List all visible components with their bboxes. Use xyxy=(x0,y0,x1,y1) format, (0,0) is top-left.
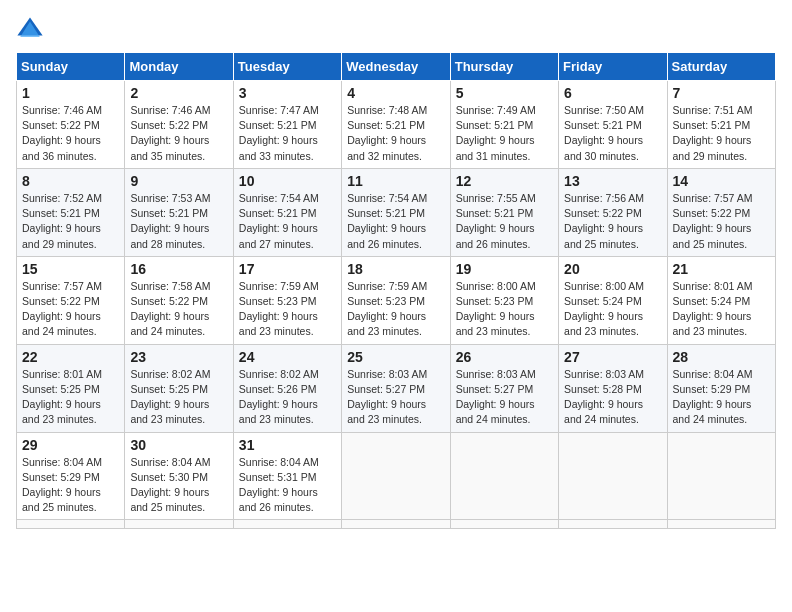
table-row: 15 Sunrise: 7:57 AM Sunset: 5:22 PM Dayl… xyxy=(17,256,125,344)
table-row: 16 Sunrise: 7:58 AM Sunset: 5:22 PM Dayl… xyxy=(125,256,233,344)
calendar-row xyxy=(17,520,776,529)
day-number: 22 xyxy=(22,349,119,365)
table-row: 31 Sunrise: 8:04 AM Sunset: 5:31 PM Dayl… xyxy=(233,432,341,520)
sunset: Sunset: 5:21 PM xyxy=(347,207,425,219)
sunset: Sunset: 5:25 PM xyxy=(22,383,100,395)
day-number: 10 xyxy=(239,173,336,189)
sunset: Sunset: 5:24 PM xyxy=(564,295,642,307)
table-row: 21 Sunrise: 8:01 AM Sunset: 5:24 PM Dayl… xyxy=(667,256,775,344)
calendar-row: 8 Sunrise: 7:52 AM Sunset: 5:21 PM Dayli… xyxy=(17,168,776,256)
day-number: 17 xyxy=(239,261,336,277)
daylight: Daylight: 9 hours and 23 minutes. xyxy=(673,310,752,337)
sunset: Sunset: 5:22 PM xyxy=(22,119,100,131)
sunrise: Sunrise: 7:56 AM xyxy=(564,192,644,204)
day-info: Sunrise: 8:04 AM Sunset: 5:29 PM Dayligh… xyxy=(22,455,119,516)
table-row xyxy=(450,432,558,520)
sunrise: Sunrise: 8:04 AM xyxy=(130,456,210,468)
sunrise: Sunrise: 7:46 AM xyxy=(22,104,102,116)
day-info: Sunrise: 7:51 AM Sunset: 5:21 PM Dayligh… xyxy=(673,103,770,164)
table-row xyxy=(450,520,558,529)
sunset: Sunset: 5:23 PM xyxy=(347,295,425,307)
table-row: 6 Sunrise: 7:50 AM Sunset: 5:21 PM Dayli… xyxy=(559,81,667,169)
table-row xyxy=(667,520,775,529)
day-info: Sunrise: 7:46 AM Sunset: 5:22 PM Dayligh… xyxy=(22,103,119,164)
sunrise: Sunrise: 7:57 AM xyxy=(673,192,753,204)
daylight: Daylight: 9 hours and 25 minutes. xyxy=(564,222,643,249)
table-row: 7 Sunrise: 7:51 AM Sunset: 5:21 PM Dayli… xyxy=(667,81,775,169)
table-row xyxy=(342,520,450,529)
day-info: Sunrise: 7:48 AM Sunset: 5:21 PM Dayligh… xyxy=(347,103,444,164)
table-row xyxy=(559,520,667,529)
day-info: Sunrise: 7:47 AM Sunset: 5:21 PM Dayligh… xyxy=(239,103,336,164)
sunset: Sunset: 5:29 PM xyxy=(22,471,100,483)
day-info: Sunrise: 7:52 AM Sunset: 5:21 PM Dayligh… xyxy=(22,191,119,252)
table-row xyxy=(342,432,450,520)
day-info: Sunrise: 8:04 AM Sunset: 5:31 PM Dayligh… xyxy=(239,455,336,516)
table-row: 24 Sunrise: 8:02 AM Sunset: 5:26 PM Dayl… xyxy=(233,344,341,432)
daylight: Daylight: 9 hours and 24 minutes. xyxy=(22,310,101,337)
sunrise: Sunrise: 8:02 AM xyxy=(130,368,210,380)
day-info: Sunrise: 7:58 AM Sunset: 5:22 PM Dayligh… xyxy=(130,279,227,340)
sunrise: Sunrise: 7:58 AM xyxy=(130,280,210,292)
sunrise: Sunrise: 8:04 AM xyxy=(239,456,319,468)
day-number: 27 xyxy=(564,349,661,365)
table-row: 17 Sunrise: 7:59 AM Sunset: 5:23 PM Dayl… xyxy=(233,256,341,344)
day-number: 8 xyxy=(22,173,119,189)
day-number: 4 xyxy=(347,85,444,101)
calendar-row: 15 Sunrise: 7:57 AM Sunset: 5:22 PM Dayl… xyxy=(17,256,776,344)
daylight: Daylight: 9 hours and 23 minutes. xyxy=(22,398,101,425)
sunrise: Sunrise: 7:53 AM xyxy=(130,192,210,204)
table-row: 19 Sunrise: 8:00 AM Sunset: 5:23 PM Dayl… xyxy=(450,256,558,344)
table-row: 4 Sunrise: 7:48 AM Sunset: 5:21 PM Dayli… xyxy=(342,81,450,169)
day-info: Sunrise: 8:02 AM Sunset: 5:25 PM Dayligh… xyxy=(130,367,227,428)
day-info: Sunrise: 8:04 AM Sunset: 5:30 PM Dayligh… xyxy=(130,455,227,516)
sunset: Sunset: 5:28 PM xyxy=(564,383,642,395)
daylight: Daylight: 9 hours and 24 minutes. xyxy=(564,398,643,425)
day-number: 12 xyxy=(456,173,553,189)
table-row: 8 Sunrise: 7:52 AM Sunset: 5:21 PM Dayli… xyxy=(17,168,125,256)
daylight: Daylight: 9 hours and 23 minutes. xyxy=(130,398,209,425)
table-row xyxy=(667,432,775,520)
sunset: Sunset: 5:21 PM xyxy=(130,207,208,219)
day-number: 9 xyxy=(130,173,227,189)
sunset: Sunset: 5:23 PM xyxy=(456,295,534,307)
daylight: Daylight: 9 hours and 23 minutes. xyxy=(239,310,318,337)
day-number: 14 xyxy=(673,173,770,189)
day-number: 18 xyxy=(347,261,444,277)
sunset: Sunset: 5:21 PM xyxy=(456,207,534,219)
table-row xyxy=(125,520,233,529)
day-info: Sunrise: 7:53 AM Sunset: 5:21 PM Dayligh… xyxy=(130,191,227,252)
daylight: Daylight: 9 hours and 26 minutes. xyxy=(347,222,426,249)
table-row: 2 Sunrise: 7:46 AM Sunset: 5:22 PM Dayli… xyxy=(125,81,233,169)
daylight: Daylight: 9 hours and 25 minutes. xyxy=(130,486,209,513)
sunset: Sunset: 5:31 PM xyxy=(239,471,317,483)
daylight: Daylight: 9 hours and 24 minutes. xyxy=(456,398,535,425)
day-number: 26 xyxy=(456,349,553,365)
day-number: 24 xyxy=(239,349,336,365)
day-number: 2 xyxy=(130,85,227,101)
sunset: Sunset: 5:25 PM xyxy=(130,383,208,395)
day-number: 28 xyxy=(673,349,770,365)
sunrise: Sunrise: 7:57 AM xyxy=(22,280,102,292)
day-number: 31 xyxy=(239,437,336,453)
sunset: Sunset: 5:27 PM xyxy=(456,383,534,395)
daylight: Daylight: 9 hours and 24 minutes. xyxy=(673,398,752,425)
table-row: 20 Sunrise: 8:00 AM Sunset: 5:24 PM Dayl… xyxy=(559,256,667,344)
sunset: Sunset: 5:21 PM xyxy=(673,119,751,131)
sunrise: Sunrise: 7:51 AM xyxy=(673,104,753,116)
day-info: Sunrise: 8:03 AM Sunset: 5:27 PM Dayligh… xyxy=(456,367,553,428)
sunrise: Sunrise: 8:03 AM xyxy=(347,368,427,380)
sunset: Sunset: 5:23 PM xyxy=(239,295,317,307)
sunset: Sunset: 5:22 PM xyxy=(673,207,751,219)
sunset: Sunset: 5:29 PM xyxy=(673,383,751,395)
sunset: Sunset: 5:27 PM xyxy=(347,383,425,395)
daylight: Daylight: 9 hours and 23 minutes. xyxy=(347,310,426,337)
sunset: Sunset: 5:21 PM xyxy=(347,119,425,131)
day-number: 25 xyxy=(347,349,444,365)
day-info: Sunrise: 7:50 AM Sunset: 5:21 PM Dayligh… xyxy=(564,103,661,164)
table-row: 25 Sunrise: 8:03 AM Sunset: 5:27 PM Dayl… xyxy=(342,344,450,432)
day-info: Sunrise: 7:56 AM Sunset: 5:22 PM Dayligh… xyxy=(564,191,661,252)
header-thursday: Thursday xyxy=(450,53,558,81)
day-number: 15 xyxy=(22,261,119,277)
sunset: Sunset: 5:22 PM xyxy=(22,295,100,307)
